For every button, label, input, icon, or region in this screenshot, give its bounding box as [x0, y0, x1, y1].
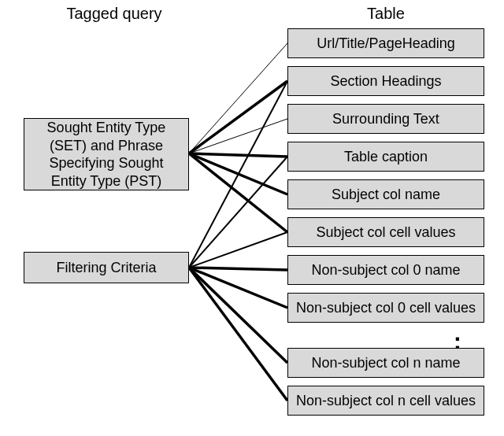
node-nonsubj-coln-name: Non-subject col n name [287, 348, 484, 378]
node-nonsubj-col0-name: Non-subject col 0 name [287, 255, 484, 285]
svg-line-5 [189, 153, 287, 232]
node-nonsubj-col0-cell-values: Non-subject col 0 cell values [287, 293, 484, 323]
right-group-heading: Table [339, 5, 433, 23]
diagram-canvas: Tagged query Table Sought Entity Type (S… [0, 0, 504, 436]
svg-line-2 [189, 119, 287, 153]
svg-line-0 [189, 43, 287, 153]
svg-line-11 [189, 268, 287, 363]
svg-line-7 [189, 157, 287, 268]
svg-line-10 [189, 268, 287, 308]
svg-line-3 [189, 153, 287, 157]
node-url-title-pageheading: Url/Title/PageHeading [287, 28, 484, 58]
svg-line-8 [189, 232, 287, 268]
svg-line-9 [189, 268, 287, 270]
svg-line-6 [189, 81, 287, 268]
left-group-heading: Tagged query [51, 5, 177, 23]
node-filtering-criteria: Filtering Criteria [24, 252, 189, 283]
svg-line-4 [189, 153, 287, 194]
node-surrounding-text: Surrounding Text [287, 104, 484, 134]
node-table-caption: Table caption [287, 142, 484, 172]
svg-line-1 [189, 81, 287, 153]
node-subject-col-name: Subject col name [287, 179, 484, 209]
svg-line-12 [189, 268, 287, 401]
node-subject-col-cell-values: Subject col cell values [287, 217, 484, 247]
node-section-headings: Section Headings [287, 66, 484, 96]
node-nonsubj-coln-cell-values: Non-subject col n cell values [287, 386, 484, 416]
node-set-pst: Sought Entity Type (SET) and Phrase Spec… [24, 118, 189, 190]
